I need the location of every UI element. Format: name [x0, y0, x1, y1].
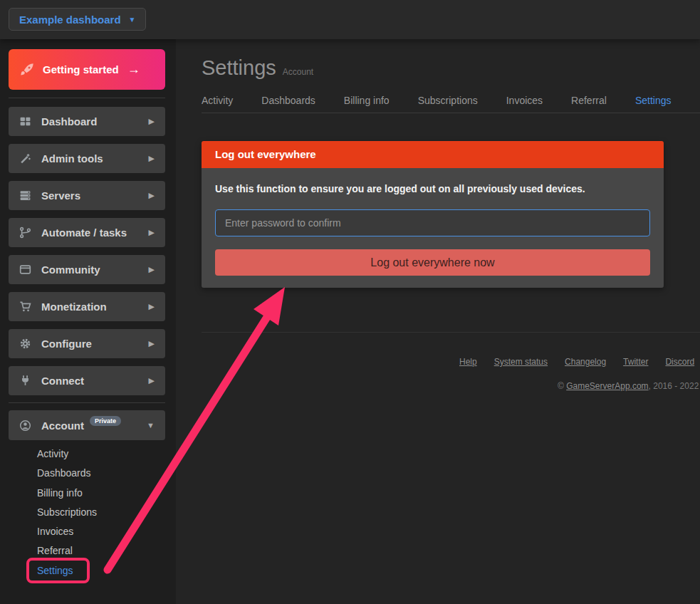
submenu-item-settings[interactable]: Settings [37, 561, 97, 580]
sidebar: Getting started → Dashboard ▶ Admin tool… [0, 39, 176, 604]
footer-link-help[interactable]: Help [459, 357, 477, 367]
user-icon [19, 420, 31, 432]
submenu-item-activity[interactable]: Activity [37, 444, 97, 464]
main-content: SettingsAccount Activity Dashboards Bill… [176, 39, 700, 604]
footer-link-changelog[interactable]: Changelog [565, 357, 606, 367]
tab-subscriptions[interactable]: Subscriptions [418, 95, 478, 106]
password-input[interactable] [215, 209, 650, 236]
submenu-item-billing-info[interactable]: Billing info [37, 484, 97, 503]
tab-invoices[interactable]: Invoices [506, 95, 543, 106]
copyright: © GameServerApp.com, 2016 - 2022 [558, 381, 699, 391]
private-badge: Private [90, 416, 121, 426]
submenu-item-dashboards[interactable]: Dashboards [37, 464, 97, 483]
sidebar-item-community[interactable]: Community ▶ [9, 255, 165, 284]
dashboard-icon [19, 115, 31, 127]
sidebar-item-configure[interactable]: Configure ▶ [9, 329, 165, 358]
copyright-link[interactable]: GameServerApp.com [566, 381, 648, 391]
arrow-right-icon: → [127, 62, 140, 77]
panel-body: Use this function to ensure you are logg… [202, 168, 664, 288]
caret-right-icon: ▶ [149, 339, 155, 348]
page-subtitle: Account [283, 67, 313, 77]
sidebar-item-admin-tools[interactable]: Admin tools ▶ [9, 144, 165, 173]
caret-right-icon: ▶ [149, 154, 155, 163]
logout-everywhere-button[interactable]: Log out everywhere now [215, 249, 650, 276]
caret-right-icon: ▶ [149, 265, 155, 274]
footer-divider [202, 332, 700, 333]
logout-everywhere-panel: Log out everywhere Use this function to … [202, 141, 664, 288]
getting-started-label: Getting started [43, 63, 119, 76]
sidebar-item-label: Automate / tasks [41, 226, 127, 239]
sidebar-item-automate-tasks[interactable]: Automate / tasks ▶ [9, 218, 165, 247]
caret-down-icon: ▼ [147, 421, 155, 429]
getting-started-button[interactable]: Getting started → [9, 49, 165, 90]
caret-right-icon: ▶ [149, 302, 155, 311]
topbar: Example dashboard ▼ [0, 0, 700, 39]
panel-description: Use this function to ensure you are logg… [215, 183, 650, 194]
sidebar-divider [9, 98, 165, 98]
submenu-item-subscriptions[interactable]: Subscriptions [37, 503, 97, 522]
caret-right-icon: ▶ [149, 191, 155, 200]
tab-dashboards[interactable]: Dashboards [261, 95, 315, 106]
footer-links: Help System status Changelog Twitter Dis… [459, 357, 694, 367]
plug-icon [19, 375, 31, 387]
project-selector-label: Example dashboard [19, 14, 121, 26]
footer-link-discord[interactable]: Discord [665, 357, 694, 367]
sidebar-item-label: Connect [41, 375, 84, 387]
footer-link-twitter[interactable]: Twitter [623, 357, 648, 367]
servers-icon [19, 189, 31, 202]
tab-billing-info[interactable]: Billing info [344, 95, 390, 106]
branch-icon [19, 226, 31, 239]
cart-icon [19, 301, 31, 313]
submenu-item-invoices[interactable]: Invoices [37, 522, 97, 541]
tabs: Activity Dashboards Billing info Subscri… [202, 95, 700, 113]
tab-settings[interactable]: Settings [635, 95, 672, 106]
page-title: SettingsAccount [202, 56, 313, 80]
caret-right-icon: ▶ [149, 117, 155, 126]
sidebar-item-label: Community [41, 264, 100, 276]
sidebar-item-account[interactable]: Account Private ▼ [9, 410, 165, 440]
tab-activity[interactable]: Activity [202, 95, 233, 106]
sidebar-item-label: Admin tools [41, 152, 103, 165]
project-selector-button[interactable]: Example dashboard ▼ [9, 8, 146, 31]
wand-icon [19, 152, 31, 165]
account-submenu: Activity Dashboards Billing info Subscri… [37, 444, 97, 580]
gear-icon [19, 338, 31, 350]
sidebar-item-label: Servers [41, 189, 80, 202]
panel-header: Log out everywhere [202, 141, 664, 168]
window-icon [19, 264, 31, 276]
sidebar-item-servers[interactable]: Servers ▶ [9, 181, 165, 210]
page: Example dashboard ▼ Getting started → Da… [0, 0, 700, 604]
sidebar-item-monetization[interactable]: Monetization ▶ [9, 292, 165, 321]
rocket-icon [20, 63, 34, 77]
sidebar-item-dashboard[interactable]: Dashboard ▶ [9, 107, 165, 136]
account-label: Account [41, 420, 84, 432]
sidebar-item-label: Monetization [41, 301, 107, 313]
sidebar-item-label: Configure [41, 338, 92, 350]
footer-link-system-status[interactable]: System status [494, 357, 548, 367]
submenu-item-referral[interactable]: Referral [37, 541, 97, 561]
sidebar-divider [9, 402, 165, 403]
caret-down-icon: ▼ [129, 16, 136, 24]
caret-right-icon: ▶ [149, 228, 155, 237]
caret-right-icon: ▶ [149, 376, 155, 385]
sidebar-item-connect[interactable]: Connect ▶ [9, 366, 165, 395]
tab-referral[interactable]: Referral [571, 95, 607, 106]
sidebar-item-label: Dashboard [41, 115, 97, 127]
